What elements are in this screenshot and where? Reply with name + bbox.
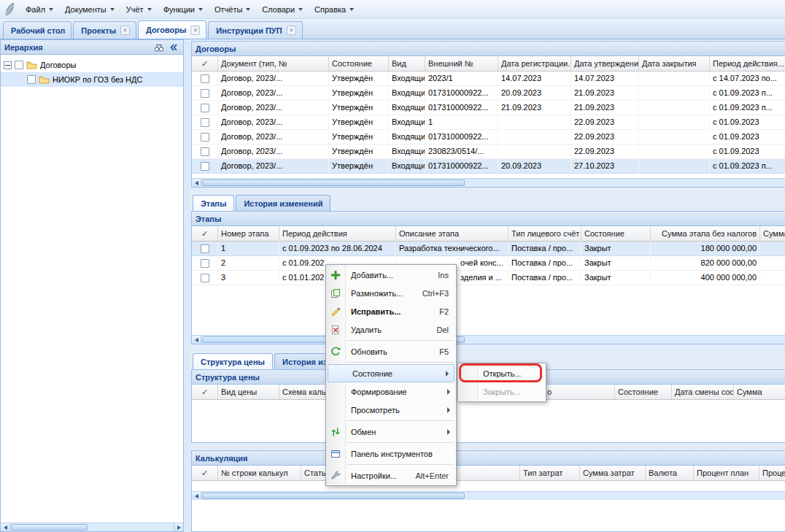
row-checkbox[interactable] <box>201 74 209 83</box>
column-header[interactable]: Номер этапа <box>218 226 279 242</box>
section-tab-history[interactable]: История изменений <box>236 195 330 211</box>
scroll-left-button[interactable] <box>192 179 201 187</box>
tree-node-checkbox[interactable] <box>27 75 36 84</box>
column-header[interactable]: Вид цены <box>218 385 279 400</box>
row-checkbox[interactable] <box>201 133 209 142</box>
menu-item-edit[interactable]: Исправить...F2 <box>326 302 456 320</box>
column-header[interactable]: Тип затрат <box>520 466 580 481</box>
column-header[interactable]: Сумма... <box>760 226 785 242</box>
tab-projects[interactable]: Проекты× <box>73 21 136 39</box>
column-header[interactable]: Документ (тип, № <box>218 56 329 72</box>
splitter[interactable] <box>184 39 190 532</box>
column-header[interactable]: Период действия... <box>710 56 785 72</box>
table-row[interactable]: Договор, 2023/...УтверждёнВходящий017310… <box>192 130 785 144</box>
table-row[interactable]: Договор, 2023/...УтверждёнВходящий017310… <box>192 101 785 115</box>
column-header[interactable]: № строки калькул <box>218 466 301 481</box>
row-checkbox[interactable] <box>201 244 209 253</box>
column-header[interactable]: Состояние <box>581 226 651 242</box>
scroll-right-button[interactable] <box>174 523 183 531</box>
column-header[interactable]: Внешний № <box>425 56 498 72</box>
menu-item-add[interactable]: Добавить...Ins <box>326 266 456 284</box>
column-header[interactable]: ✓ <box>192 56 218 72</box>
checkbox-cell <box>192 130 218 144</box>
column-header[interactable]: Дата смены состоя <box>672 385 734 400</box>
row-checkbox[interactable] <box>201 147 209 156</box>
table-row[interactable]: Договор, 2023/...УтверждёнВходящий2023/1… <box>192 72 785 86</box>
section-tab-stages[interactable]: Этапы <box>193 195 234 211</box>
menubar-item-documents[interactable]: Документы <box>59 2 120 17</box>
table-row[interactable]: Договор, 2023/...УтверждёнВходящий122.09… <box>192 115 785 130</box>
row-checkbox[interactable] <box>201 104 209 112</box>
menubar-item-file[interactable]: Файл <box>20 2 59 17</box>
menu-item-view[interactable]: Просмотреть <box>326 401 456 419</box>
column-header[interactable]: Состояние <box>615 385 672 400</box>
tab-close-icon[interactable]: × <box>120 26 130 35</box>
column-header[interactable]: Дата закрытия <box>639 56 710 72</box>
column-header[interactable]: Процент план <box>694 466 759 481</box>
calculation-horizontal-scrollbar[interactable] <box>192 491 785 500</box>
collapse-node-icon[interactable] <box>4 61 12 69</box>
row-checkbox[interactable] <box>201 89 209 98</box>
stages-horizontal-scrollbar[interactable] <box>192 335 785 344</box>
tab-pup-instructions[interactable]: Инструкции ПУП× <box>208 21 302 39</box>
column-header[interactable]: Вид <box>389 56 425 72</box>
menu-item-exchange[interactable]: Обмен <box>326 423 456 441</box>
column-header[interactable]: Дата регистрации. <box>498 56 571 72</box>
tab-contracts[interactable]: Договоры× <box>138 20 206 39</box>
column-header[interactable]: Процент ф... <box>759 466 785 481</box>
column-header[interactable]: Период действия <box>279 226 396 242</box>
menu-item-state[interactable]: Состояние <box>328 364 455 382</box>
tree-node-contracts[interactable]: Договоры <box>1 58 183 72</box>
column-header[interactable]: Описание этапа <box>396 226 508 242</box>
tree-node-checkbox[interactable] <box>15 61 23 69</box>
table-row[interactable]: 1с 01.09.2023 по 28.06.2024Разработка те… <box>192 242 785 256</box>
column-header[interactable]: Дата утверждения <box>571 56 639 72</box>
tree-node-niokr[interactable]: НИОКР по ГОЗ без НДС <box>1 72 183 87</box>
search-icon[interactable] <box>152 42 165 53</box>
menu-item-delete[interactable]: УдалитьDel <box>326 320 456 339</box>
table-row[interactable]: Договор, 2023/...УтверждёнВходящий230823… <box>192 144 785 159</box>
menu-item-toolbar[interactable]: Панель инструментов <box>326 444 456 463</box>
menu-item-formation[interactable]: Формирование <box>326 382 456 401</box>
column-header[interactable]: Валюта <box>646 466 694 481</box>
column-header[interactable]: Тип лицевого счёт <box>508 226 581 242</box>
column-header[interactable]: Состояние <box>329 56 389 72</box>
column-header[interactable]: ✓ <box>192 466 218 481</box>
scroll-left-button[interactable] <box>192 492 201 500</box>
column-header[interactable]: Сумма затрат <box>580 466 646 481</box>
menu-item-refresh[interactable]: ОбновитьF5 <box>326 342 456 361</box>
menu-item-settings[interactable]: Настройки...Alt+Enter <box>326 466 456 485</box>
menubar-item-accounting[interactable]: Учёт <box>120 2 158 17</box>
table-row[interactable]: Договор, 2023/...УтверждёнВходящий017310… <box>192 159 785 174</box>
table-row[interactable]: 2с 01.09.202очей конс...Поставка / про..… <box>192 256 785 271</box>
menubar-item-reports[interactable]: Отчёты <box>209 2 256 17</box>
tab-desktop[interactable]: Рабочий стол <box>3 21 71 39</box>
column-header[interactable]: Сумма <box>734 385 785 400</box>
table-row[interactable]: 3с 01.01.202зделия и ...Поставка / про..… <box>192 271 785 285</box>
hierarchy-panel: Иерархия Договоры <box>0 39 184 532</box>
table-row[interactable]: Договор, 2023/...УтверждёнВходящий017310… <box>192 86 785 101</box>
row-checkbox[interactable] <box>201 118 209 127</box>
tab-close-icon[interactable]: × <box>287 26 296 35</box>
column-header[interactable]: Сумма этапа без налогов <box>651 226 760 242</box>
section-tab-price-structure[interactable]: Структура цены <box>193 353 273 369</box>
row-checkbox[interactable] <box>201 274 209 282</box>
collapse-panel-icon[interactable] <box>167 42 179 53</box>
menu-item-open[interactable]: Открыть... <box>458 364 546 382</box>
column-header[interactable]: ✓ <box>192 385 218 400</box>
sidebar-horizontal-scrollbar[interactable] <box>1 523 183 531</box>
row-checkbox[interactable] <box>201 162 209 171</box>
menubar-item-functions[interactable]: Функции <box>158 2 209 17</box>
column-header[interactable]: ✓ <box>192 226 218 242</box>
menubar-item-dictionaries[interactable]: Словари <box>256 2 309 17</box>
tab-close-icon[interactable]: × <box>190 26 200 35</box>
contracts-horizontal-scrollbar[interactable] <box>192 178 785 187</box>
scroll-left-button[interactable] <box>1 523 10 531</box>
menubar-item-help[interactable]: Справка <box>309 2 360 17</box>
scroll-thumb[interactable] <box>202 493 465 499</box>
scroll-thumb[interactable] <box>11 524 88 531</box>
row-checkbox[interactable] <box>201 259 209 268</box>
scroll-thumb[interactable] <box>202 180 465 186</box>
scroll-left-button[interactable] <box>192 336 201 344</box>
menu-item-duplicate[interactable]: Размножить...Ctrl+F3 <box>326 284 456 302</box>
